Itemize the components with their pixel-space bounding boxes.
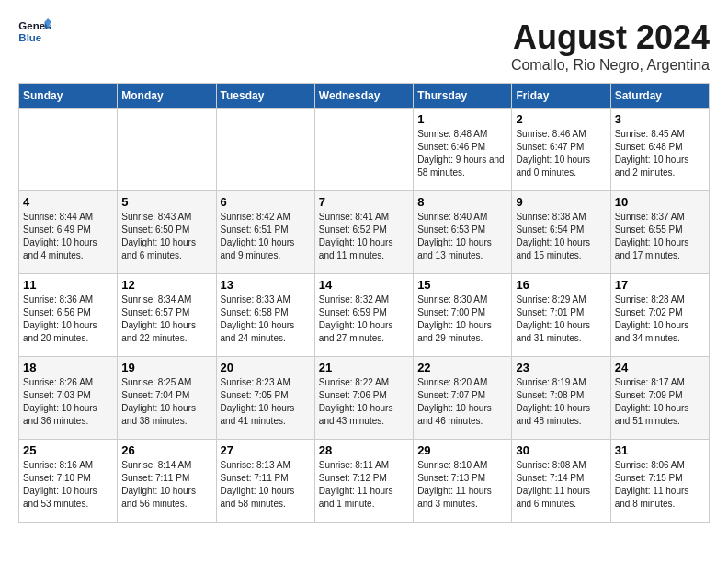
calendar-cell (118, 109, 216, 191)
calendar-cell: 2Sunrise: 8:46 AM Sunset: 6:47 PM Daylig… (512, 109, 610, 191)
day-info: Sunrise: 8:29 AM Sunset: 7:01 PM Dayligh… (516, 293, 606, 345)
calendar-cell: 12Sunrise: 8:34 AM Sunset: 6:57 PM Dayli… (118, 274, 216, 357)
weekday-header-saturday: Saturday (610, 84, 709, 109)
day-info: Sunrise: 8:45 AM Sunset: 6:48 PM Dayligh… (615, 128, 705, 179)
day-info: Sunrise: 8:08 AM Sunset: 7:14 PM Dayligh… (516, 459, 606, 511)
day-number: 3 (615, 112, 705, 126)
calendar-cell: 3Sunrise: 8:45 AM Sunset: 6:48 PM Daylig… (610, 109, 709, 191)
day-number: 24 (615, 361, 705, 374)
calendar-week-row: 11Sunrise: 8:36 AM Sunset: 6:56 PM Dayli… (19, 274, 710, 357)
page-header: General Blue August 2024 Comallo, Rio Ne… (18, 18, 710, 74)
calendar-cell: 18Sunrise: 8:26 AM Sunset: 7:03 PM Dayli… (19, 357, 118, 440)
calendar-cell: 26Sunrise: 8:14 AM Sunset: 7:11 PM Dayli… (118, 440, 216, 523)
day-number: 15 (417, 278, 507, 292)
weekday-header-sunday: Sunday (19, 84, 118, 109)
calendar-cell (216, 109, 314, 191)
calendar-cell: 27Sunrise: 8:13 AM Sunset: 7:11 PM Dayli… (216, 440, 314, 523)
day-number: 16 (516, 278, 606, 292)
calendar-cell: 8Sunrise: 8:40 AM Sunset: 6:53 PM Daylig… (414, 191, 512, 274)
day-info: Sunrise: 8:42 AM Sunset: 6:51 PM Dayligh… (221, 211, 311, 262)
weekday-header-tuesday: Tuesday (216, 84, 314, 109)
day-info: Sunrise: 8:33 AM Sunset: 6:58 PM Dayligh… (221, 293, 311, 345)
day-number: 13 (221, 278, 311, 292)
svg-text:Blue: Blue (18, 32, 41, 43)
day-number: 20 (221, 361, 311, 374)
calendar-cell: 13Sunrise: 8:33 AM Sunset: 6:58 PM Dayli… (216, 274, 314, 357)
day-number: 5 (121, 195, 211, 209)
weekday-header-wednesday: Wednesday (314, 84, 413, 109)
day-info: Sunrise: 8:20 AM Sunset: 7:07 PM Dayligh… (417, 376, 507, 428)
calendar-cell: 30Sunrise: 8:08 AM Sunset: 7:14 PM Dayli… (512, 440, 610, 523)
calendar-cell: 7Sunrise: 8:41 AM Sunset: 6:52 PM Daylig… (314, 191, 413, 274)
day-info: Sunrise: 8:44 AM Sunset: 6:49 PM Dayligh… (23, 211, 113, 262)
day-info: Sunrise: 8:22 AM Sunset: 7:06 PM Dayligh… (319, 376, 409, 428)
day-number: 21 (319, 361, 409, 374)
calendar-cell: 31Sunrise: 8:06 AM Sunset: 7:15 PM Dayli… (610, 440, 709, 523)
weekday-header-monday: Monday (118, 84, 216, 109)
day-info: Sunrise: 8:13 AM Sunset: 7:11 PM Dayligh… (221, 459, 311, 511)
day-number: 10 (615, 195, 705, 209)
day-info: Sunrise: 8:48 AM Sunset: 6:46 PM Dayligh… (417, 128, 507, 179)
weekday-header-friday: Friday (512, 84, 610, 109)
logo-icon: General Blue (18, 18, 51, 46)
calendar-cell: 21Sunrise: 8:22 AM Sunset: 7:06 PM Dayli… (314, 357, 413, 440)
calendar-cell (19, 109, 118, 191)
month-title: August 2024 (511, 18, 710, 57)
logo: General Blue (18, 18, 51, 46)
day-number: 27 (221, 443, 311, 457)
day-number: 9 (516, 195, 606, 209)
calendar-week-row: 4Sunrise: 8:44 AM Sunset: 6:49 PM Daylig… (19, 191, 710, 274)
day-number: 31 (615, 443, 705, 457)
calendar-cell: 4Sunrise: 8:44 AM Sunset: 6:49 PM Daylig… (19, 191, 118, 274)
day-number: 2 (516, 112, 606, 126)
day-number: 4 (23, 195, 113, 209)
day-info: Sunrise: 8:36 AM Sunset: 6:56 PM Dayligh… (23, 293, 113, 345)
day-number: 22 (417, 361, 507, 374)
day-info: Sunrise: 8:10 AM Sunset: 7:13 PM Dayligh… (417, 459, 507, 511)
day-number: 12 (121, 278, 211, 292)
calendar-cell: 10Sunrise: 8:37 AM Sunset: 6:55 PM Dayli… (610, 191, 709, 274)
weekday-header-row: SundayMondayTuesdayWednesdayThursdayFrid… (19, 84, 710, 109)
calendar-table: SundayMondayTuesdayWednesdayThursdayFrid… (18, 83, 710, 523)
day-info: Sunrise: 8:28 AM Sunset: 7:02 PM Dayligh… (615, 293, 705, 345)
day-info: Sunrise: 8:23 AM Sunset: 7:05 PM Dayligh… (221, 376, 311, 428)
day-info: Sunrise: 8:19 AM Sunset: 7:08 PM Dayligh… (516, 376, 606, 428)
calendar-cell: 22Sunrise: 8:20 AM Sunset: 7:07 PM Dayli… (414, 357, 512, 440)
day-number: 23 (516, 361, 606, 374)
day-info: Sunrise: 8:38 AM Sunset: 6:54 PM Dayligh… (516, 211, 606, 262)
day-info: Sunrise: 8:30 AM Sunset: 7:00 PM Dayligh… (417, 293, 507, 345)
day-number: 8 (417, 195, 507, 209)
day-info: Sunrise: 8:25 AM Sunset: 7:04 PM Dayligh… (121, 376, 211, 428)
day-number: 1 (417, 112, 507, 126)
day-info: Sunrise: 8:46 AM Sunset: 6:47 PM Dayligh… (516, 128, 606, 179)
calendar-cell: 25Sunrise: 8:16 AM Sunset: 7:10 PM Dayli… (19, 440, 118, 523)
day-info: Sunrise: 8:43 AM Sunset: 6:50 PM Dayligh… (121, 211, 211, 262)
day-number: 29 (417, 443, 507, 457)
day-info: Sunrise: 8:34 AM Sunset: 6:57 PM Dayligh… (121, 293, 211, 345)
calendar-week-row: 1Sunrise: 8:48 AM Sunset: 6:46 PM Daylig… (19, 109, 710, 191)
weekday-header-thursday: Thursday (414, 84, 512, 109)
day-number: 25 (23, 443, 113, 457)
calendar-week-row: 18Sunrise: 8:26 AM Sunset: 7:03 PM Dayli… (19, 357, 710, 440)
calendar-cell: 17Sunrise: 8:28 AM Sunset: 7:02 PM Dayli… (610, 274, 709, 357)
calendar-cell: 23Sunrise: 8:19 AM Sunset: 7:08 PM Dayli… (512, 357, 610, 440)
calendar-cell: 29Sunrise: 8:10 AM Sunset: 7:13 PM Dayli… (414, 440, 512, 523)
day-info: Sunrise: 8:11 AM Sunset: 7:12 PM Dayligh… (319, 459, 409, 511)
calendar-cell: 14Sunrise: 8:32 AM Sunset: 6:59 PM Dayli… (314, 274, 413, 357)
calendar-cell: 5Sunrise: 8:43 AM Sunset: 6:50 PM Daylig… (118, 191, 216, 274)
calendar-cell: 1Sunrise: 8:48 AM Sunset: 6:46 PM Daylig… (414, 109, 512, 191)
day-number: 14 (319, 278, 409, 292)
day-info: Sunrise: 8:17 AM Sunset: 7:09 PM Dayligh… (615, 376, 705, 428)
calendar-cell: 28Sunrise: 8:11 AM Sunset: 7:12 PM Dayli… (314, 440, 413, 523)
calendar-cell: 9Sunrise: 8:38 AM Sunset: 6:54 PM Daylig… (512, 191, 610, 274)
day-info: Sunrise: 8:16 AM Sunset: 7:10 PM Dayligh… (23, 459, 113, 511)
calendar-cell: 6Sunrise: 8:42 AM Sunset: 6:51 PM Daylig… (216, 191, 314, 274)
title-area: August 2024 Comallo, Rio Negro, Argentin… (511, 18, 710, 74)
day-info: Sunrise: 8:40 AM Sunset: 6:53 PM Dayligh… (417, 211, 507, 262)
day-info: Sunrise: 8:32 AM Sunset: 6:59 PM Dayligh… (319, 293, 409, 345)
day-number: 7 (319, 195, 409, 209)
calendar-cell: 15Sunrise: 8:30 AM Sunset: 7:00 PM Dayli… (414, 274, 512, 357)
day-info: Sunrise: 8:41 AM Sunset: 6:52 PM Dayligh… (319, 211, 409, 262)
day-info: Sunrise: 8:14 AM Sunset: 7:11 PM Dayligh… (121, 459, 211, 511)
day-info: Sunrise: 8:06 AM Sunset: 7:15 PM Dayligh… (615, 459, 705, 511)
